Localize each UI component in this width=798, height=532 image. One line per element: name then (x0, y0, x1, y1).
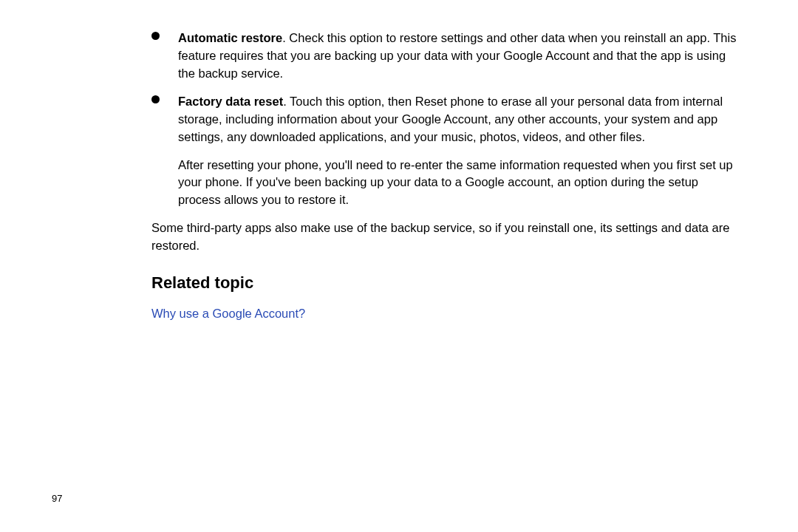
related-topic-link[interactable]: Why use a Google Account? (151, 307, 305, 320)
bullet-factory-reset: Factory data reset. Touch this option, t… (151, 93, 743, 146)
bullet-title: Factory data reset (178, 95, 283, 108)
continuation-paragraph: After resetting your phone, you'll need … (151, 157, 743, 210)
bullet-icon (151, 32, 160, 40)
bullet-automatic-restore: Automatic restore. Check this option to … (151, 30, 743, 83)
related-topic-heading: Related topic (151, 271, 743, 295)
plain-paragraph: Some third-party apps also make use of t… (151, 219, 743, 255)
bullet-icon (151, 95, 160, 103)
page-content: Automatic restore. Check this option to … (52, 30, 746, 323)
bullet-title: Automatic restore (178, 31, 282, 44)
page-number: 97 (52, 492, 62, 506)
